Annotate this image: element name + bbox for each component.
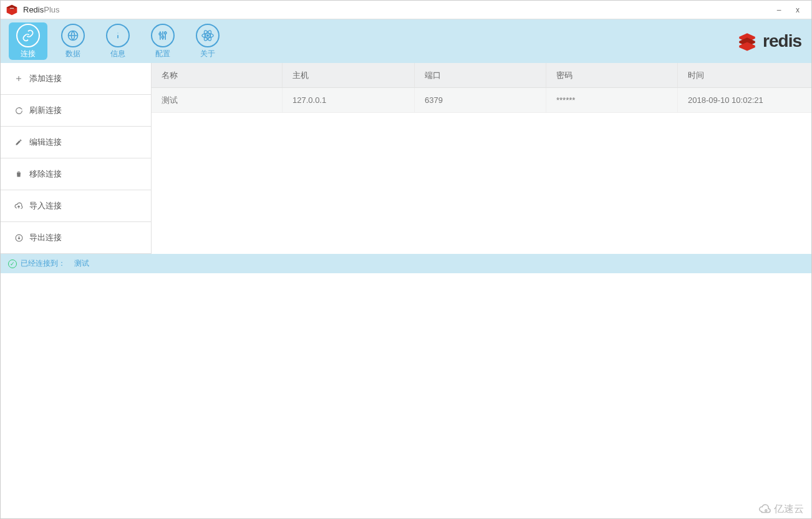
svg-point-9 bbox=[207, 34, 209, 36]
trash-icon bbox=[14, 170, 23, 178]
statusbar: ✓ 已经连接到： 测试 bbox=[1, 254, 812, 273]
sidebar: 添加连接 刷新连接 编辑连接 移除连接 导入连接 bbox=[1, 63, 152, 254]
app-icon bbox=[6, 4, 18, 16]
tab-connection[interactable]: 连接 bbox=[9, 22, 47, 60]
info-icon bbox=[106, 24, 130, 47]
minimize-button[interactable]: – bbox=[774, 6, 784, 14]
plus-icon bbox=[14, 74, 23, 83]
atom-icon bbox=[196, 24, 220, 47]
status-label: 已经连接到： bbox=[21, 258, 65, 269]
tab-info[interactable]: 信息 bbox=[99, 22, 137, 60]
td-host: 127.0.0.1 bbox=[283, 88, 415, 112]
th-time[interactable]: 时间 bbox=[678, 63, 812, 87]
sidebar-item-label: 编辑连接 bbox=[29, 137, 62, 148]
sidebar-item-remove[interactable]: 移除连接 bbox=[1, 158, 151, 190]
td-port: 6379 bbox=[415, 88, 546, 112]
link-icon bbox=[16, 24, 40, 47]
sidebar-item-refresh[interactable]: 刷新连接 bbox=[1, 95, 151, 127]
window-controls: – x bbox=[774, 6, 808, 14]
td-time: 2018-09-10 10:02:21 bbox=[678, 88, 812, 112]
logo-text: redis bbox=[763, 31, 801, 51]
sidebar-item-label: 导入连接 bbox=[29, 200, 62, 211]
th-password[interactable]: 密码 bbox=[546, 63, 678, 87]
tab-label: 数据 bbox=[65, 49, 80, 59]
sidebar-item-edit[interactable]: 编辑连接 bbox=[1, 127, 151, 158]
sidebar-item-add[interactable]: 添加连接 bbox=[1, 63, 151, 95]
td-name: 测试 bbox=[152, 88, 283, 112]
sliders-icon bbox=[151, 24, 175, 47]
svg-point-6 bbox=[162, 36, 163, 37]
th-port[interactable]: 端口 bbox=[415, 63, 546, 87]
table-row[interactable]: 测试 127.0.0.1 6379 ****** 2018-09-10 10:0… bbox=[152, 88, 812, 113]
tab-data[interactable]: 数据 bbox=[54, 22, 92, 60]
sidebar-item-label: 移除连接 bbox=[29, 168, 62, 180]
tab-label: 信息 bbox=[110, 49, 125, 59]
svg-point-8 bbox=[165, 32, 167, 34]
sidebar-item-label: 导出连接 bbox=[29, 232, 62, 243]
td-password: ****** bbox=[546, 88, 678, 112]
tab-config[interactable]: 配置 bbox=[143, 22, 182, 60]
tab-label: 关于 bbox=[200, 49, 215, 59]
app-title: RedisPlus bbox=[23, 5, 60, 14]
svg-point-4 bbox=[159, 32, 161, 34]
toolbar: 连接 数据 信息 配置 bbox=[1, 19, 812, 63]
th-name[interactable]: 名称 bbox=[152, 63, 283, 87]
watermark-text: 亿速云 bbox=[774, 503, 804, 516]
sidebar-item-import[interactable]: 导入连接 bbox=[1, 190, 151, 222]
table-header: 名称 主机 端口 密码 时间 bbox=[152, 63, 812, 88]
tab-label: 配置 bbox=[155, 49, 170, 59]
status-connection: 测试 bbox=[74, 258, 89, 269]
cloud-upload-icon bbox=[14, 201, 23, 210]
status-ok-icon: ✓ bbox=[8, 260, 17, 268]
globe-icon bbox=[61, 24, 85, 47]
main-area: 添加连接 刷新连接 编辑连接 移除连接 导入连接 bbox=[1, 63, 812, 254]
watermark: 亿速云 bbox=[754, 502, 808, 517]
refresh-icon bbox=[14, 106, 23, 115]
edit-icon bbox=[14, 138, 23, 147]
sidebar-item-label: 刷新连接 bbox=[29, 105, 62, 116]
th-host[interactable]: 主机 bbox=[283, 63, 415, 87]
tab-label: 连接 bbox=[21, 49, 36, 59]
close-button[interactable]: x bbox=[793, 6, 803, 14]
svg-point-16 bbox=[765, 510, 767, 512]
download-circle-icon bbox=[14, 233, 23, 242]
sidebar-item-export[interactable]: 导出连接 bbox=[1, 222, 151, 254]
redis-logo: redis bbox=[735, 31, 801, 52]
tab-about[interactable]: 关于 bbox=[188, 22, 227, 60]
titlebar: RedisPlus – x bbox=[1, 1, 812, 19]
content-area: 名称 主机 端口 密码 时间 测试 127.0.0.1 6379 ****** … bbox=[152, 63, 812, 254]
sidebar-item-label: 添加连接 bbox=[29, 73, 62, 84]
